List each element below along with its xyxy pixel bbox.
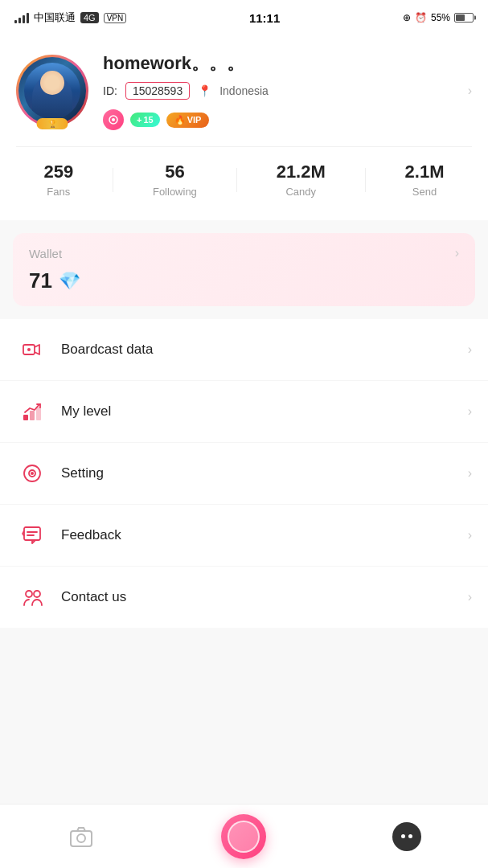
username: homework。。。 xyxy=(103,51,472,76)
svg-point-11 xyxy=(26,591,32,597)
send-label: Send xyxy=(412,186,437,198)
send-count: 2.1M xyxy=(405,162,445,182)
broadcast-icon xyxy=(16,334,48,366)
stat-fans[interactable]: 259 Fans xyxy=(43,162,73,198)
svg-rect-10 xyxy=(24,527,40,540)
fans-label: Fans xyxy=(47,186,70,198)
stats-row: 259 Fans 56 Following 21.2M Candy 2.1M S… xyxy=(16,146,472,212)
vip-icon: 🔥 xyxy=(174,115,186,125)
svg-rect-6 xyxy=(36,407,41,420)
stat-divider-3 xyxy=(365,168,366,192)
avatar[interactable]: 🏆 xyxy=(16,55,88,127)
user-id-row: ID: 15028593 📍 Indonesia › xyxy=(103,82,472,100)
nav-camera[interactable] xyxy=(0,822,162,851)
nav-home[interactable] xyxy=(162,814,325,859)
svg-point-3 xyxy=(27,348,31,351)
menu-item-feedback[interactable]: Feedback › xyxy=(0,505,488,567)
lock-icon: ⊕ xyxy=(403,12,411,23)
more-icon[interactable] xyxy=(392,822,421,851)
status-bar-right: ⊕ ⏰ 55% xyxy=(403,12,474,23)
menu-section: Boardcast data › My level › xyxy=(0,319,488,628)
svg-point-1 xyxy=(112,118,115,121)
menu-item-broadcast[interactable]: Boardcast data › xyxy=(0,319,488,381)
following-count: 56 xyxy=(165,162,184,182)
diamond-icon: 💎 xyxy=(59,271,80,292)
badge-vip: 🔥 VIP xyxy=(166,113,210,128)
location-pin-icon: 📍 xyxy=(198,84,211,97)
battery-icon xyxy=(454,13,474,23)
svg-rect-5 xyxy=(30,411,35,420)
carrier-label: 中国联通 xyxy=(34,10,76,25)
stat-divider-2 xyxy=(236,168,237,192)
vpn-badge: VPN xyxy=(104,13,127,23)
signal-icon xyxy=(14,12,29,23)
candy-count: 21.2M xyxy=(277,162,326,182)
menu-item-level[interactable]: My level › xyxy=(0,381,488,443)
menu-item-contact[interactable]: Contact us › xyxy=(0,567,488,628)
bottom-nav xyxy=(0,804,488,868)
location-label: Indonesia xyxy=(219,84,269,97)
contact-icon xyxy=(16,581,48,613)
status-bar-left: 中国联通 4G VPN xyxy=(14,10,126,25)
broadcast-arrow-icon: › xyxy=(468,342,472,357)
camera-icon xyxy=(67,822,96,851)
wallet-title: Wallet xyxy=(29,247,62,260)
stat-candy[interactable]: 21.2M Candy xyxy=(277,162,326,198)
profile-header: 🏆 homework。。。 ID: 15028593 📍 Indonesia › xyxy=(16,51,472,130)
fans-count: 259 xyxy=(43,162,73,182)
wallet-balance: 71 💎 xyxy=(29,268,459,293)
level-label: My level xyxy=(61,403,468,420)
setting-icon xyxy=(16,457,48,489)
contact-arrow-icon: › xyxy=(468,590,472,604)
feedback-arrow-icon: › xyxy=(468,528,472,542)
setting-label: Setting xyxy=(61,465,468,481)
profile-arrow-icon[interactable]: › xyxy=(468,84,472,98)
vip-label: VIP xyxy=(187,115,202,125)
wallet-header: Wallet › xyxy=(29,246,459,260)
network-badge: 4G xyxy=(80,12,99,23)
battery-percent: 55% xyxy=(431,12,450,23)
home-button-inner xyxy=(228,821,260,853)
svg-point-14 xyxy=(77,834,85,842)
dot-1 xyxy=(401,834,405,838)
profile-info: homework。。。 ID: 15028593 📍 Indonesia › xyxy=(103,51,472,130)
user-id-box[interactable]: 15028593 xyxy=(125,82,190,100)
id-prefix: ID: xyxy=(103,84,117,97)
home-button[interactable] xyxy=(221,814,266,859)
status-bar-time: 11:11 xyxy=(249,11,280,25)
svg-point-12 xyxy=(34,591,40,597)
following-label: Following xyxy=(153,186,197,198)
profile-section: 🏆 homework。。。 ID: 15028593 📍 Indonesia › xyxy=(0,35,488,220)
candy-label: Candy xyxy=(285,186,316,198)
level-icon xyxy=(16,395,48,428)
feedback-icon xyxy=(16,519,48,551)
wallet-card[interactable]: Wallet › 71 💎 xyxy=(13,233,475,306)
avatar-decoration: 🏆 xyxy=(37,118,68,129)
menu-item-setting[interactable]: Setting › xyxy=(0,443,488,505)
level-value: 15 xyxy=(143,115,153,125)
badge-circle xyxy=(103,109,124,130)
svg-rect-13 xyxy=(71,831,92,846)
feedback-label: Feedback xyxy=(61,527,468,543)
stat-send[interactable]: 2.1M Send xyxy=(405,162,445,198)
svg-point-9 xyxy=(31,472,34,475)
broadcast-label: Boardcast data xyxy=(61,342,468,358)
dot-2 xyxy=(408,834,412,838)
nav-more[interactable] xyxy=(326,822,488,851)
badges-row: + 15 🔥 VIP xyxy=(103,109,472,130)
alarm-icon: ⏰ xyxy=(415,12,427,23)
setting-arrow-icon: › xyxy=(468,466,472,481)
svg-rect-4 xyxy=(23,415,28,420)
stat-following[interactable]: 56 Following xyxy=(153,162,197,198)
status-bar: 中国联通 4G VPN 11:11 ⊕ ⏰ 55% xyxy=(0,0,488,35)
badge-level: + 15 xyxy=(130,113,160,127)
stat-divider-1 xyxy=(113,168,113,192)
wallet-arrow-icon: › xyxy=(455,246,459,260)
level-plus: + xyxy=(137,115,141,125)
level-arrow-icon: › xyxy=(468,404,472,419)
contact-label: Contact us xyxy=(61,589,468,605)
wallet-amount: 71 xyxy=(29,268,52,293)
